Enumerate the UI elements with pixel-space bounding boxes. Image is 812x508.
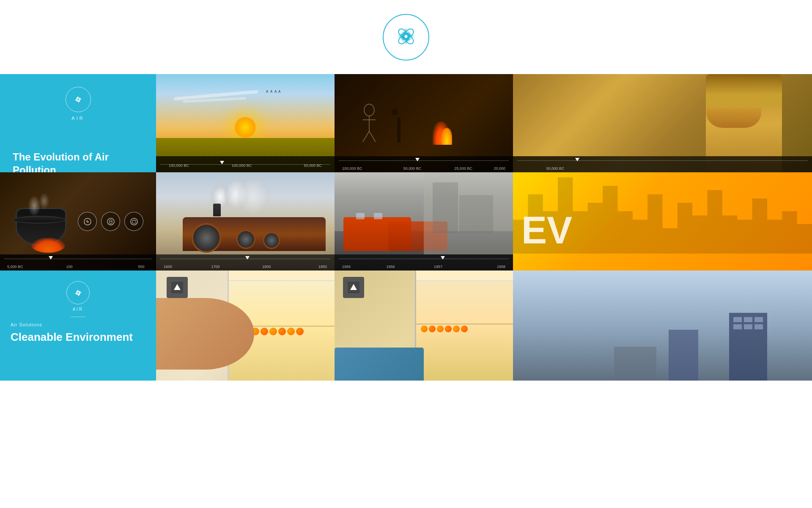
timeline-bar-train: 1600 1700 1800 1850	[156, 254, 335, 271]
label-100: 100	[66, 265, 73, 269]
towel	[335, 348, 424, 381]
egypt-card: 50,000 BC	[513, 74, 812, 172]
small-wheel2	[263, 232, 280, 249]
svg-point-20	[77, 292, 79, 294]
air-label: AIR	[71, 116, 84, 121]
label-1956: 1956	[387, 265, 395, 269]
label-5k: 5,000 BC	[7, 265, 23, 269]
label-100k: 100,000 BC	[232, 163, 252, 168]
timeline-marker	[220, 161, 224, 164]
skeleton-silhouette	[352, 104, 386, 146]
svg-line-11	[369, 131, 376, 142]
logo-circle	[383, 14, 429, 61]
ev-overlay: EV	[521, 211, 572, 249]
building-scene	[513, 271, 812, 381]
smokestack	[213, 204, 221, 216]
svg-point-7	[364, 104, 374, 116]
timeline-bar-egypt: 50,000 BC	[513, 156, 812, 172]
timeline-marker4	[49, 256, 53, 260]
fan-icon	[393, 24, 419, 51]
label-100k-bc: 100,000 BC	[342, 166, 362, 171]
air-solutions-logo-text: AIR	[73, 307, 84, 312]
up-arrow-button2[interactable]	[343, 277, 364, 298]
statue-headdress	[706, 74, 782, 108]
label-50k-bc: 50,000 BC	[403, 166, 422, 171]
cauldron-card: 5,000 BC 100 500	[0, 172, 156, 271]
air-logo: AIR	[66, 87, 91, 121]
label-20k: 20,000	[494, 166, 505, 171]
svg-point-16	[131, 218, 137, 225]
intro-card: AIR The Evolution of Air Pollution	[0, 74, 156, 172]
label-150k: 150,000 BC	[169, 163, 189, 168]
cart-icon-circle	[78, 212, 97, 231]
air-solutions-title: Cleanable Environment	[11, 331, 133, 344]
sun-element	[235, 117, 256, 138]
label-1850: 1850	[318, 265, 327, 269]
svg-rect-17	[132, 220, 136, 223]
cauldron-rim	[13, 216, 66, 224]
label-1958: 1958	[497, 265, 505, 269]
label-25k-bc: 25,000 BC	[454, 166, 472, 171]
timeline-bar-bonfire: 100,000 BC 50,000 BC 25,000 BC 20,000	[335, 156, 513, 172]
label-1600: 1600	[164, 265, 172, 269]
building2	[669, 330, 698, 381]
up-arrow-button1[interactable]	[167, 277, 188, 298]
air-solutions-logo-circle	[66, 281, 90, 304]
fridge2-card	[335, 271, 513, 381]
flame-inner	[442, 128, 452, 145]
air-logo-circle	[66, 87, 91, 112]
figure-body	[397, 117, 401, 143]
svg-point-6	[77, 99, 79, 101]
cauldron-fire	[31, 238, 65, 253]
icons-row	[78, 212, 143, 231]
label-1700: 1700	[211, 265, 220, 269]
steam3	[236, 175, 270, 218]
fridge-scene	[156, 271, 335, 381]
building-card	[513, 271, 812, 381]
traffic-card: 1955 1956 1957 1958	[335, 172, 513, 271]
shelf2	[416, 323, 513, 325]
light-bar1	[229, 271, 335, 281]
main-grid: AIR The Evolution of Air Pollution ∧ ∧ ∧…	[0, 74, 812, 381]
hand	[156, 298, 254, 370]
label-1800: 1800	[262, 265, 271, 269]
timeline-bar-cauldron: 5,000 BC 100 500	[0, 254, 156, 271]
air-solutions-card: AIR Air Solutions Cleanable Environment	[0, 271, 156, 381]
oranges2	[421, 326, 508, 332]
label-50k: 50,000 BC	[304, 163, 322, 168]
intro-title: The Evolution of Air Pollution	[13, 150, 143, 172]
building3	[614, 347, 656, 381]
window1	[356, 213, 365, 219]
label-1955: 1955	[342, 265, 351, 269]
timeline-bar-sunset: // Will be rendered via CSS only 150,000…	[156, 156, 335, 172]
sunset-card: ∧ ∧ ∧ ∧ // Will be rendered via CSS only…	[156, 74, 335, 172]
timeline-marker6	[441, 256, 445, 260]
timeline-bar-traffic: 1955 1956 1957 1958	[335, 254, 513, 271]
birds-element: ∧ ∧ ∧ ∧	[266, 89, 281, 94]
air-solutions-sublabel: Air Solutions	[11, 322, 42, 327]
timeline-marker3	[575, 158, 579, 161]
barrel-icon-circle	[101, 212, 120, 231]
fridge2-scene	[335, 271, 513, 381]
ev-bg: EV	[513, 172, 812, 271]
main-building	[729, 313, 767, 381]
ev-card: EV	[513, 172, 812, 271]
train-card: 1600 1700 1800 1850	[156, 172, 335, 271]
air-solutions-content: AIR Air Solutions Cleanable Environment	[0, 271, 156, 381]
label-500: 500	[138, 265, 145, 269]
figure-head	[392, 109, 398, 115]
svg-line-10	[363, 131, 369, 142]
header	[0, 0, 812, 74]
label-50k-bc2: 50,000 BC	[546, 166, 565, 171]
timeline-marker5	[245, 256, 250, 260]
ev-text: EV	[521, 211, 572, 249]
timeline-marker2	[415, 158, 420, 161]
svg-point-12	[84, 218, 91, 225]
fridge1-card	[156, 271, 335, 381]
bonfire-card: 100,000 BC 50,000 BC 25,000 BC 20,000	[335, 74, 513, 172]
label-1957: 1957	[434, 265, 442, 269]
small-wheel1	[236, 230, 255, 249]
window2	[374, 213, 382, 219]
air-solutions-divider	[71, 317, 85, 317]
svg-point-5	[405, 35, 408, 38]
